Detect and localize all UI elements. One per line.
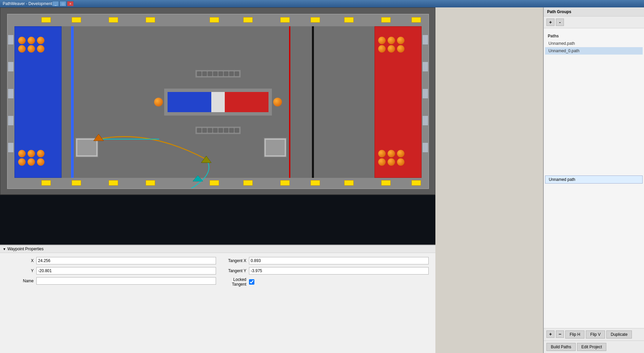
orange-ball	[28, 150, 35, 157]
orange-ball	[388, 158, 395, 166]
center-orange-ball-left	[154, 98, 163, 106]
yellow-indicator-bottom	[280, 180, 290, 186]
add-path-group-button[interactable]: +	[546, 19, 554, 26]
wall-bracket-left	[8, 35, 14, 45]
orange-ball	[397, 150, 404, 157]
yellow-indicator-bottom	[109, 180, 118, 186]
tangent-y-label: Tangent Y	[219, 268, 246, 273]
orange-ball	[388, 150, 395, 157]
y-input[interactable]	[36, 267, 216, 275]
orange-ball	[378, 150, 386, 157]
orange-ball	[28, 37, 35, 44]
blue-vertical-line2	[72, 26, 74, 178]
wall-bracket-right	[422, 62, 428, 72]
tangent-y-row: Tangent Y	[219, 267, 429, 275]
viewport[interactable]	[0, 7, 435, 195]
yellow-indicator	[311, 17, 320, 23]
yellow-indicator	[381, 17, 391, 23]
yellow-indicator	[109, 17, 118, 23]
yellow-indicator-bottom	[72, 180, 81, 186]
locked-tangent-row: Locked Tangent	[219, 277, 429, 287]
x-input[interactable]	[36, 257, 216, 264]
orange-ball	[18, 158, 26, 166]
add-path-button[interactable]: +	[546, 330, 554, 338]
x-row: X	[7, 257, 216, 264]
orange-ball	[28, 158, 35, 166]
flip-h-button[interactable]: Flip H	[565, 330, 584, 339]
waypoint-properties: ▼ Waypoint Properties X Y Name	[0, 245, 435, 353]
center-field	[62, 26, 374, 178]
orange-ball	[18, 45, 26, 53]
yellow-indicator-bottom	[41, 180, 51, 186]
x-label: X	[7, 258, 34, 263]
remove-path-group-button[interactable]: -	[556, 19, 564, 26]
yellow-indicator	[210, 17, 219, 23]
remove-path-button[interactable]: −	[556, 330, 564, 338]
yellow-indicator	[146, 17, 155, 23]
red-vertical-line	[289, 26, 290, 178]
paths-header: Paths	[545, 32, 643, 40]
orange-ball	[397, 158, 404, 166]
maximize-button[interactable]: □	[60, 1, 66, 6]
orange-ball	[28, 45, 35, 53]
waypoint-form: X Y Name Tangent X Tangent Y	[0, 253, 435, 291]
duplicate-button[interactable]: Duplicate	[606, 330, 632, 339]
wall-bracket-left	[8, 116, 14, 126]
orange-ball	[397, 45, 404, 53]
path-groups-content: Paths Unnamed.path Unnamed_0.path	[544, 28, 644, 175]
agv-left	[75, 137, 99, 158]
build-paths-button[interactable]: Build Paths	[546, 343, 576, 351]
form-left: X Y Name	[7, 257, 216, 287]
path-item-unnamed0[interactable]: Unnamed_0.path	[545, 47, 643, 55]
wall-bracket-right	[422, 142, 428, 153]
orange-ball	[37, 158, 44, 166]
unnamed-path-bar: Unnamed path	[545, 175, 643, 184]
orange-ball	[378, 158, 386, 166]
right-panel: Path Groups + - Paths Unnamed.path Unnam…	[543, 7, 644, 353]
name-input[interactable]	[36, 277, 216, 285]
yellow-indicator	[344, 17, 354, 23]
agv-right	[263, 137, 287, 158]
center-blue	[168, 92, 211, 112]
bottom-panel	[0, 195, 435, 245]
yellow-indicator	[280, 17, 290, 23]
orange-ball	[37, 45, 44, 53]
yellow-indicator	[412, 17, 421, 23]
minimize-button[interactable]: _	[52, 1, 59, 6]
orange-ball	[388, 37, 395, 44]
y-label: Y	[7, 268, 34, 273]
tangent-y-input[interactable]	[249, 267, 429, 275]
orange-ball	[397, 37, 404, 44]
orange-ball	[18, 150, 26, 157]
unnamed-path-label: Unnamed path	[549, 177, 575, 182]
center-game-piece	[164, 89, 272, 116]
yellow-indicator	[243, 17, 253, 23]
path-item-unnamed[interactable]: Unnamed.path	[545, 40, 643, 47]
titlebar-title: PathWeaver - Development	[3, 1, 52, 6]
close-button[interactable]: ×	[67, 1, 74, 6]
waypoint-header[interactable]: ▼ Waypoint Properties	[0, 245, 435, 253]
yellow-indicator-bottom	[243, 180, 253, 186]
paths-section: Paths Unnamed.path Unnamed_0.path	[545, 32, 643, 55]
yellow-indicator-bottom	[381, 180, 391, 186]
yellow-indicator-bottom	[412, 180, 421, 186]
orange-ball	[18, 37, 26, 44]
red-alliance-zone	[374, 26, 422, 178]
locked-tangent-checkbox[interactable]	[249, 279, 254, 285]
orange-ball	[378, 37, 386, 44]
tangent-x-input[interactable]	[249, 257, 429, 264]
tangent-x-row: Tangent X	[219, 257, 429, 264]
right-spacer	[544, 184, 644, 328]
main-layout: ▼ Waypoint Properties X Y Name	[0, 7, 644, 353]
orange-ball	[37, 37, 44, 44]
form-right: Tangent X Tangent Y Locked Tangent	[219, 257, 429, 287]
waypoint-header-label: Waypoint Properties	[7, 247, 44, 251]
edit-project-button[interactable]: Edit Project	[577, 343, 606, 351]
yellow-indicator-bottom	[311, 180, 320, 186]
flip-v-button[interactable]: Flip V	[586, 330, 605, 339]
orange-ball	[37, 150, 44, 157]
tangent-x-label: Tangent X	[219, 258, 246, 263]
wall-bracket-left	[8, 142, 14, 153]
wall-bracket-right	[422, 35, 428, 45]
build-toolbar: Build Paths Edit Project	[544, 341, 644, 353]
